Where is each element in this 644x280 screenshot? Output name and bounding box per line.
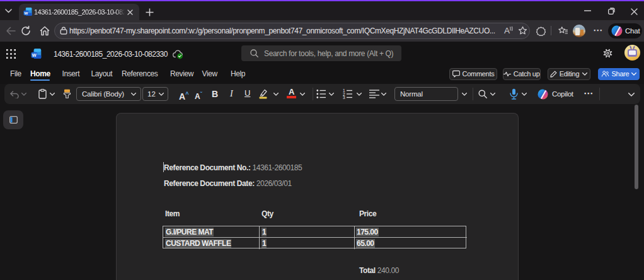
svg-text:W: W <box>25 11 28 15</box>
svg-text:3: 3 <box>343 95 345 99</box>
svg-text:W: W <box>32 52 37 58</box>
